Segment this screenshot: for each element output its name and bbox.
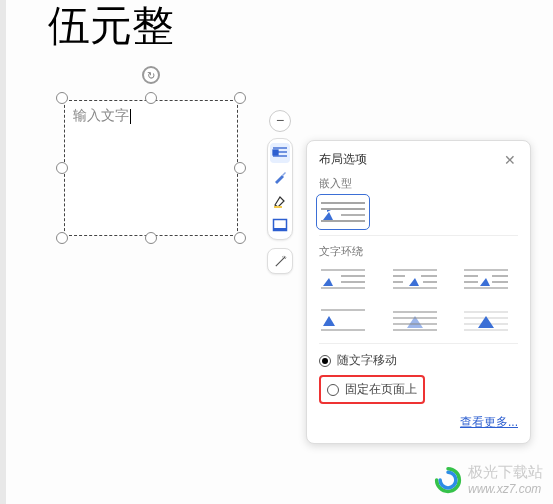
magic-icon[interactable] bbox=[267, 248, 293, 274]
divider bbox=[319, 235, 518, 236]
close-icon[interactable]: ✕ bbox=[502, 152, 518, 168]
panel-title: 布局选项 bbox=[319, 151, 367, 168]
top-bottom-wrap-option[interactable] bbox=[319, 305, 367, 335]
radio-checked-icon bbox=[319, 355, 331, 367]
inline-text-option[interactable] bbox=[319, 197, 367, 227]
see-more-link[interactable]: 查看更多... bbox=[460, 415, 518, 429]
radio-unchecked-icon bbox=[327, 384, 339, 396]
resize-handle-mr[interactable] bbox=[234, 162, 246, 174]
divider bbox=[319, 343, 518, 344]
square-wrap-option[interactable] bbox=[319, 265, 367, 295]
svg-rect-3 bbox=[273, 150, 278, 155]
resize-handle-bm[interactable] bbox=[145, 232, 157, 244]
watermark-text-url: www.xz7.com bbox=[468, 482, 543, 496]
radio-move-label: 随文字移动 bbox=[337, 352, 397, 369]
resize-handle-br[interactable] bbox=[234, 232, 246, 244]
resize-handle-tr[interactable] bbox=[234, 92, 246, 104]
tool-group bbox=[267, 138, 293, 240]
rotation-handle-icon[interactable]: ↻ bbox=[142, 66, 160, 84]
highlight-annotation: 固定在页面上 bbox=[319, 375, 425, 404]
svg-rect-6 bbox=[274, 228, 287, 231]
section-inline-label: 嵌入型 bbox=[319, 176, 518, 191]
section-wrap-label: 文字环绕 bbox=[319, 244, 518, 259]
see-more-row: 查看更多... bbox=[319, 414, 518, 431]
brush-icon[interactable] bbox=[270, 167, 290, 187]
frame-icon[interactable] bbox=[270, 215, 290, 235]
document-title-text: 伍元整 bbox=[48, 0, 174, 54]
tight-wrap-option[interactable] bbox=[391, 265, 439, 295]
resize-handle-tm[interactable] bbox=[145, 92, 157, 104]
in-front-wrap-option[interactable] bbox=[462, 305, 510, 335]
highlight-icon[interactable] bbox=[270, 191, 290, 211]
textbox-placeholder: 输入文字 bbox=[73, 107, 131, 125]
watermark-logo-icon bbox=[434, 466, 462, 494]
wrap-options-grid bbox=[319, 265, 518, 335]
through-wrap-option[interactable] bbox=[462, 265, 510, 295]
resize-handle-tl[interactable] bbox=[56, 92, 68, 104]
watermark-text-cn: 极光下载站 bbox=[468, 463, 543, 482]
textbox[interactable]: 输入文字 bbox=[64, 100, 238, 236]
resize-handle-bl[interactable] bbox=[56, 232, 68, 244]
collapse-button[interactable]: − bbox=[269, 110, 291, 132]
watermark: 极光下载站 www.xz7.com bbox=[434, 463, 543, 496]
textbox-selection[interactable]: ↻ 输入文字 bbox=[54, 90, 248, 246]
layout-options-icon[interactable] bbox=[270, 143, 290, 163]
text-cursor bbox=[130, 109, 131, 124]
radio-fixed-label: 固定在页面上 bbox=[345, 381, 417, 398]
floating-toolbar: − bbox=[266, 110, 294, 274]
svg-rect-4 bbox=[274, 206, 282, 208]
layout-options-panel: 布局选项 ✕ 嵌入型 文字环绕 bbox=[306, 140, 531, 444]
behind-text-wrap-option[interactable] bbox=[391, 305, 439, 335]
resize-handle-ml[interactable] bbox=[56, 162, 68, 174]
radio-fixed-on-page[interactable]: 固定在页面上 bbox=[327, 381, 417, 398]
radio-move-with-text[interactable]: 随文字移动 bbox=[319, 352, 518, 369]
